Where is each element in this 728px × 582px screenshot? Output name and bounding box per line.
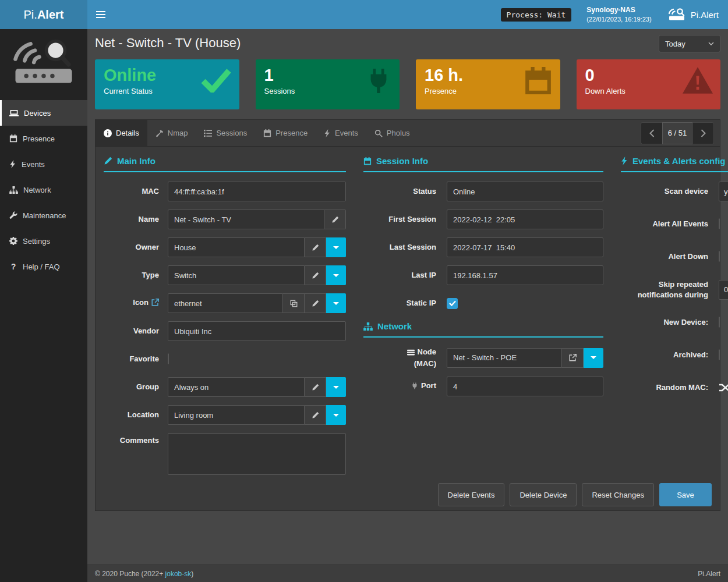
comments-label: Comments (104, 433, 159, 446)
card-sessions[interactable]: 1 Sessions (256, 59, 400, 109)
new-device-label: New Device: (621, 317, 708, 328)
sidebar-item-devices[interactable]: Devices (0, 100, 87, 126)
tab-nmap[interactable]: Nmap (147, 120, 196, 146)
field-vendor: Vendor (104, 321, 346, 341)
icon-dropdown-button[interactable] (326, 293, 346, 313)
tab-presence[interactable]: Presence (255, 120, 316, 146)
prev-device-button[interactable] (641, 122, 662, 144)
vendor-label: Vendor (104, 326, 159, 336)
tab-events[interactable]: Events (316, 120, 366, 146)
alert-down-checkbox[interactable] (719, 251, 720, 262)
tab-pholus[interactable]: Pholus (366, 120, 418, 146)
group-dropdown-button[interactable] (326, 377, 346, 397)
type-input[interactable] (168, 265, 305, 285)
laptop-icon (9, 109, 19, 117)
pencil-icon (331, 216, 339, 223)
plug-icon (365, 67, 392, 95)
edit-icon-button[interactable] (305, 293, 326, 313)
jokob-sk-link[interactable]: jokob-sk (165, 570, 192, 578)
first-session-input[interactable] (447, 210, 603, 229)
card-presence[interactable]: 16 h. Presence (416, 59, 560, 109)
archived-checkbox[interactable] (719, 349, 720, 360)
sidebar-item-settings[interactable]: Settings (0, 228, 87, 254)
device-position: 6 / 51 (662, 122, 692, 144)
info-icon (104, 129, 112, 137)
tab-sessions[interactable]: Sessions (196, 120, 255, 146)
node-dropdown-button[interactable] (584, 348, 603, 368)
delete-device-button[interactable]: Delete Device (510, 483, 577, 506)
vendor-input[interactable] (168, 321, 346, 341)
name-input[interactable] (168, 210, 324, 229)
tab-label: Presence (275, 129, 308, 137)
mac-input[interactable] (168, 182, 346, 201)
field-favorite: Favorite (104, 349, 346, 369)
copy-icon (290, 300, 298, 307)
alert-all-checkbox[interactable] (719, 218, 720, 229)
sidebar-item-label: Presence (23, 134, 55, 143)
field-mac: MAC (104, 182, 346, 201)
sidebar-item-presence[interactable]: Presence (0, 126, 87, 151)
edit-owner-button[interactable] (305, 237, 326, 257)
tab-label: Sessions (216, 129, 247, 137)
mac-label: MAC (104, 186, 159, 197)
status-input[interactable] (447, 182, 603, 201)
events-alerts-section: Events & Alerts config Scan device yes A… (621, 156, 728, 483)
calendar-icon (363, 157, 372, 165)
sidebar-item-maintenance[interactable]: Maintenance (0, 203, 87, 228)
group-input[interactable] (168, 377, 305, 397)
router-search-icon (668, 8, 685, 22)
sidebar-item-network[interactable]: Network (0, 177, 87, 203)
owner-input[interactable] (168, 237, 305, 257)
location-input[interactable] (168, 405, 305, 425)
owner-label: Owner (104, 242, 159, 253)
last-ip-input[interactable] (447, 265, 603, 285)
app-logo[interactable]: Pi.Alert (0, 0, 87, 29)
hamburger-icon[interactable] (87, 0, 114, 29)
delete-events-button[interactable]: Delete Events (438, 483, 505, 506)
favorite-checkbox[interactable] (168, 353, 169, 364)
location-label: Location (104, 410, 159, 420)
calendar-icon (524, 67, 553, 96)
skip-notifications-select[interactable]: 0 h (notify all event (719, 280, 728, 300)
field-port: Port (363, 377, 603, 396)
open-node-button[interactable] (562, 348, 584, 368)
scan-device-select[interactable]: yes (719, 182, 728, 201)
node-input[interactable] (447, 348, 562, 368)
tab-label: Nmap (168, 129, 188, 137)
port-input[interactable] (447, 377, 603, 396)
external-link-icon[interactable] (151, 299, 159, 306)
period-selector[interactable]: Today (659, 35, 720, 52)
save-button[interactable]: Save (659, 483, 712, 506)
calendar-icon (9, 134, 17, 143)
pialert-app: Pi.Alert Process: Wait Synology-NAS (22/… (0, 0, 728, 582)
sidebar-item-events[interactable]: Events (0, 151, 87, 177)
edit-group-button[interactable] (305, 377, 326, 397)
reset-changes-button[interactable]: Reset Changes (582, 483, 654, 506)
owner-dropdown-button[interactable] (326, 237, 346, 257)
host-info: Synology-NAS (22/01/2023, 16:19:23) (586, 5, 651, 24)
field-alert-down: Alert Down (621, 247, 728, 267)
new-device-checkbox[interactable] (719, 317, 720, 328)
edit-type-button[interactable] (305, 265, 326, 285)
last-ip-label: Last IP (363, 270, 436, 281)
copy-icon-button[interactable] (283, 293, 305, 313)
tab-details[interactable]: Details (96, 120, 147, 146)
next-device-button[interactable] (692, 122, 714, 144)
field-node: Node (MAC) (363, 347, 603, 368)
last-session-input[interactable] (447, 237, 603, 257)
icon-input[interactable] (168, 293, 283, 313)
static-ip-checkbox[interactable] (447, 298, 458, 309)
card-down-alerts[interactable]: 0 Down Alerts (577, 59, 721, 109)
edit-name-button[interactable] (324, 210, 346, 229)
bolt-icon (9, 160, 16, 168)
comments-textarea[interactable] (168, 433, 346, 475)
device-pagination: 6 / 51 (641, 122, 714, 144)
icon-label: Icon (104, 297, 159, 309)
field-archived: Archived: (621, 345, 728, 365)
warning-icon (683, 67, 713, 94)
location-dropdown-button[interactable] (326, 405, 346, 425)
edit-location-button[interactable] (305, 405, 326, 425)
sidebar-item-help[interactable]: ? Help / FAQ (0, 254, 87, 279)
type-dropdown-button[interactable] (326, 265, 346, 285)
card-current-status[interactable]: Online Current Status (95, 59, 239, 109)
